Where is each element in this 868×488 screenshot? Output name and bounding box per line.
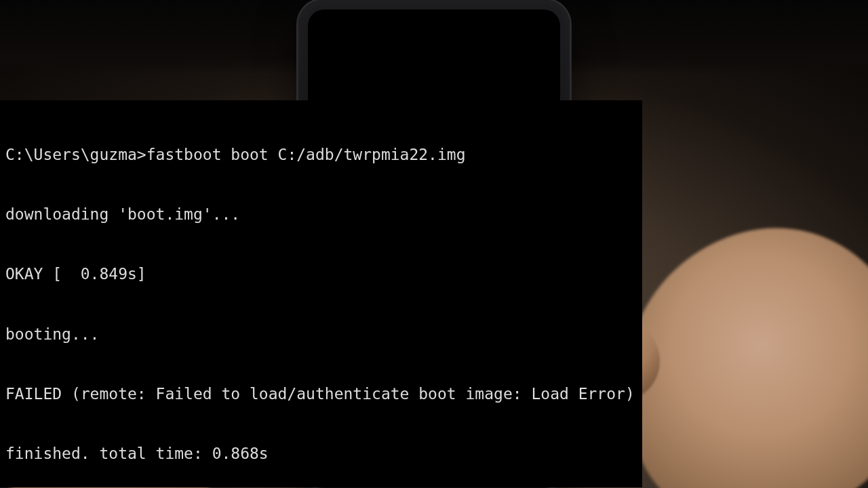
- terminal-line: FAILED (remote: Failed to load/authentic…: [5, 384, 636, 404]
- command-prompt-window[interactable]: C:\Users\guzma>fastboot boot C:/adb/twrp…: [0, 101, 642, 487]
- terminal-line: OKAY [ 0.849s]: [5, 264, 636, 284]
- terminal-line: finished. total time: 0.868s: [5, 444, 636, 464]
- terminal-line: booting...: [5, 325, 636, 344]
- terminal-line: downloading 'boot.img'...: [5, 205, 636, 224]
- terminal-line: C:\Users\guzma>fastboot boot C:/adb/twrp…: [5, 145, 636, 165]
